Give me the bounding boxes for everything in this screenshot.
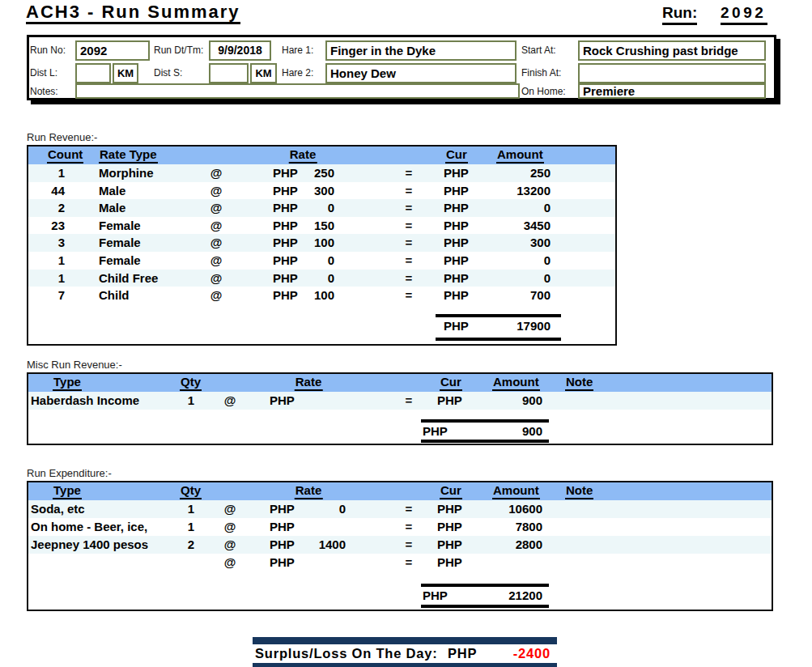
equals-symbol: = bbox=[406, 217, 413, 234]
revenue-rate: 100 bbox=[261, 287, 334, 304]
exp-amount: 7800 bbox=[461, 518, 542, 535]
page: ACH3 - Run Summary Run: 2092 Run No: 209… bbox=[0, 0, 812, 667]
amount-currency: PHP bbox=[444, 217, 469, 234]
revenue-total-amount: 17900 bbox=[470, 318, 551, 334]
revenue-rate-type: Female bbox=[99, 252, 141, 269]
revenue-amount: 0 bbox=[470, 252, 551, 269]
misc-row: Haberdash Income1@PHP=PHP900 bbox=[28, 392, 772, 410]
amount-currency: PHP bbox=[444, 164, 469, 181]
exp-header-rate: Rate bbox=[295, 484, 323, 499]
equals-symbol: = bbox=[406, 518, 413, 535]
revenue-header-cur: Cur bbox=[445, 148, 468, 164]
equals-symbol: = bbox=[406, 392, 413, 409]
revenue-row: 3Female@PHP100=PHP300 bbox=[28, 234, 615, 252]
at-symbol: @ bbox=[210, 287, 223, 304]
start-at-field[interactable]: Rock Crushing past bridge bbox=[578, 40, 766, 61]
at-symbol: @ bbox=[210, 270, 223, 287]
misc-total-cur: PHP bbox=[423, 423, 448, 440]
misc-revenue-header-row: Type Qty Rate Cur Amount Note bbox=[28, 374, 772, 392]
start-at-label: Start At: bbox=[521, 45, 556, 56]
amount-currency: PHP bbox=[437, 500, 462, 517]
amount-currency: PHP bbox=[437, 518, 462, 535]
expenditure-header-row: Type Qty Rate Cur Amount Note bbox=[28, 482, 772, 500]
exp-amount: 10600 bbox=[461, 500, 542, 517]
revenue-count: 1 bbox=[28, 252, 65, 269]
exp-type: Jeepney 1400 pesos bbox=[31, 536, 148, 553]
on-home-value: Premiere bbox=[580, 85, 764, 97]
revenue-row: 2Male@PHP0=PHP0 bbox=[28, 199, 615, 217]
revenue-rate-type: Child bbox=[99, 287, 130, 304]
revenue-rate-type: Child Free bbox=[99, 270, 158, 287]
revenue-rate: 250 bbox=[261, 164, 334, 181]
run-no-field[interactable]: 2092 bbox=[75, 40, 150, 61]
run-label-wrap: Run: bbox=[662, 4, 697, 25]
equals-symbol: = bbox=[406, 199, 413, 216]
equals-symbol: = bbox=[406, 270, 413, 287]
revenue-rows: 1Morphine@PHP250=PHP25044Male@PHP300=PHP… bbox=[28, 164, 615, 304]
exp-row: Jeepney 1400 pesos2@PHP1400=PHP2800 bbox=[28, 536, 772, 554]
revenue-rate: 300 bbox=[261, 182, 334, 199]
finish-at-label: Finish At: bbox=[521, 68, 561, 79]
amount-currency: PHP bbox=[437, 554, 462, 571]
summary-amount: -2400 bbox=[470, 647, 551, 661]
expenditure-rows: Soda, etc1@PHP0=PHP10600On home - Beer, … bbox=[28, 500, 772, 571]
finish-at-field[interactable] bbox=[578, 63, 766, 83]
equals-symbol: = bbox=[406, 164, 413, 181]
exp-total-amount: 21200 bbox=[461, 588, 542, 604]
at-symbol: @ bbox=[210, 252, 223, 269]
revenue-total-rule-bottom bbox=[436, 338, 561, 341]
hare1-field[interactable]: Finger in the Dyke bbox=[325, 40, 517, 61]
revenue-rate: 0 bbox=[261, 270, 334, 287]
amount-currency: PHP bbox=[437, 392, 462, 409]
misc-revenue-table: Type Qty Rate Cur Amount Note Haberdash … bbox=[27, 372, 773, 445]
revenue-rate-type: Female bbox=[99, 217, 141, 234]
equals-symbol: = bbox=[406, 182, 413, 199]
dist-l-field[interactable] bbox=[75, 63, 111, 83]
run-dttm-field[interactable]: 9/9/2018 bbox=[209, 40, 271, 61]
hare2-field[interactable]: Honey Dew bbox=[325, 63, 517, 83]
rate-currency: PHP bbox=[270, 392, 295, 409]
equals-symbol: = bbox=[406, 252, 413, 269]
at-symbol: @ bbox=[210, 234, 223, 251]
revenue-rate: 150 bbox=[261, 217, 334, 234]
exp-header-qty: Qty bbox=[180, 484, 202, 499]
revenue-header-row: Count Rate Type Rate Cur Amount bbox=[28, 147, 615, 164]
revenue-total-cur: PHP bbox=[444, 318, 469, 334]
amount-currency: PHP bbox=[444, 182, 469, 199]
revenue-total-rule-top bbox=[436, 314, 561, 317]
revenue-amount: 300 bbox=[470, 234, 551, 251]
summary-rule-top bbox=[253, 637, 557, 644]
on-home-field[interactable]: Premiere bbox=[578, 83, 766, 99]
misc-revenue-section-label: Misc Run Revenue:- bbox=[27, 359, 122, 371]
exp-total-rule-top bbox=[421, 584, 549, 587]
run-label: Run: bbox=[662, 4, 697, 25]
dist-l-unit: KM bbox=[114, 65, 137, 82]
exp-row: Soda, etc1@PHP0=PHP10600 bbox=[28, 500, 772, 518]
misc-total-rule-top bbox=[421, 419, 549, 423]
summary-label: Surplus/Loss On The Day: bbox=[255, 647, 437, 661]
notes-field[interactable] bbox=[75, 83, 520, 99]
revenue-rate-type: Morphine bbox=[99, 164, 154, 181]
at-symbol: @ bbox=[210, 217, 223, 234]
revenue-count: 3 bbox=[28, 234, 65, 251]
revenue-rate: 0 bbox=[261, 199, 334, 216]
dist-s-unit-box: KM bbox=[250, 63, 277, 83]
run-dttm-label: Run Dt/Tm: bbox=[154, 45, 203, 56]
revenue-row: 1Female@PHP0=PHP0 bbox=[28, 252, 615, 270]
dist-s-field[interactable] bbox=[209, 63, 249, 83]
misc-revenue-rows: Haberdash Income1@PHP=PHP900 bbox=[28, 392, 772, 410]
hare2-value: Honey Dew bbox=[327, 65, 515, 82]
run-no-label: Run No: bbox=[30, 45, 66, 56]
misc-header-type: Type bbox=[53, 376, 82, 391]
rate-currency: PHP bbox=[270, 518, 295, 535]
equals-symbol: = bbox=[406, 536, 413, 553]
revenue-count: 2 bbox=[28, 199, 65, 216]
exp-qty: 1 bbox=[154, 500, 194, 517]
equals-symbol: = bbox=[406, 234, 413, 251]
page-title: ACH3 - Run Summary bbox=[26, 3, 240, 24]
at-symbol: @ bbox=[224, 536, 236, 553]
revenue-count: 1 bbox=[28, 164, 65, 181]
exp-amount: 2800 bbox=[461, 536, 542, 553]
hare1-value: Finger in the Dyke bbox=[327, 42, 515, 59]
misc-header-qty: Qty bbox=[180, 376, 202, 391]
